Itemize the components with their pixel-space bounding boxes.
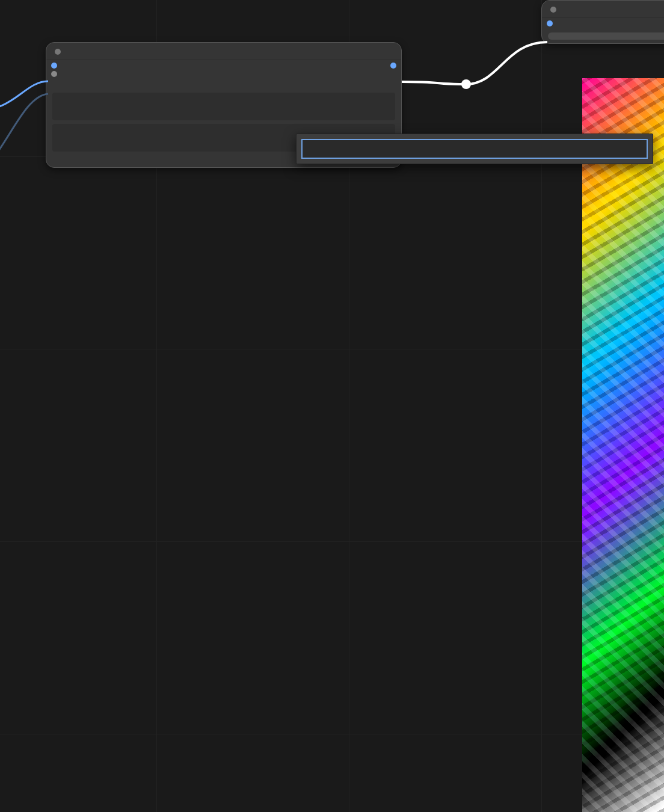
node-save-image[interactable] [541, 0, 664, 44]
node-title[interactable] [542, 1, 664, 18]
input-images[interactable] [547, 20, 558, 26]
port-icon [547, 20, 553, 26]
port-icon [51, 71, 57, 77]
widget-filename-prefix[interactable] [548, 32, 664, 40]
preview-image-strip [582, 78, 664, 812]
model-dropdown[interactable] [296, 134, 653, 164]
collapse-dot-icon[interactable] [55, 49, 61, 55]
node-title[interactable] [46, 43, 401, 60]
dropdown-search-input[interactable] [301, 139, 648, 159]
port-icon [390, 63, 396, 69]
positive-prompt[interactable] [52, 93, 395, 120]
input-captions[interactable] [51, 71, 62, 77]
collapse-dot-icon[interactable] [550, 7, 556, 13]
port-icon [51, 63, 57, 69]
output-upscaled-image[interactable] [381, 63, 396, 69]
svg-point-0 [461, 79, 471, 89]
input-image[interactable] [51, 63, 62, 69]
